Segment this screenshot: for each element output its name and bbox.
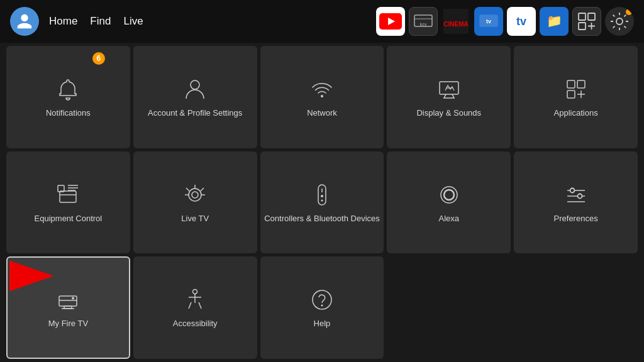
svg-point-50 <box>444 190 454 200</box>
grid-live-tv[interactable]: Live TV <box>133 151 257 254</box>
grid-equipment[interactable]: Equipment Control <box>6 151 130 254</box>
grid-alexa[interactable]: Alexa <box>387 151 511 254</box>
svg-point-48 <box>321 199 323 201</box>
svg-point-20 <box>191 80 199 89</box>
fire-tv-icon <box>54 286 82 314</box>
nav-links: Home Find Live <box>49 15 143 28</box>
app-youtube[interactable] <box>376 7 405 36</box>
nav-live[interactable]: Live <box>123 15 143 28</box>
grid-notifications[interactable]: 6 Notifications <box>6 46 130 148</box>
apps-icon <box>562 75 590 103</box>
notifications-label: Notifications <box>43 108 93 119</box>
network-label: Network <box>304 108 340 119</box>
antenna-icon <box>181 181 209 209</box>
applications-label: Applications <box>552 108 601 119</box>
svg-point-60 <box>72 297 74 300</box>
bell-icon <box>54 75 82 103</box>
svg-text:CINEMA: CINEMA <box>443 21 468 28</box>
display-icon <box>435 75 463 103</box>
svg-point-21 <box>321 95 323 97</box>
svg-point-39 <box>192 192 198 198</box>
person-icon <box>181 75 209 103</box>
app-tv2[interactable]: tv <box>507 7 536 36</box>
svg-rect-27 <box>567 80 575 88</box>
svg-rect-16 <box>579 23 586 30</box>
app-files[interactable]: 📁 <box>540 7 569 36</box>
svg-point-61 <box>193 290 197 294</box>
svg-point-47 <box>321 195 323 197</box>
nav-find[interactable]: Find <box>90 15 111 28</box>
tv-remote-icon <box>54 181 82 209</box>
grid-controllers[interactable]: Controllers & Bluetooth Devices <box>260 151 384 254</box>
svg-point-38 <box>189 189 201 201</box>
nav-home[interactable]: Home <box>49 15 77 28</box>
app-cinema[interactable]: CINEMA <box>441 7 470 36</box>
grid-network[interactable]: Network <box>260 46 384 148</box>
svg-rect-15 <box>588 13 595 20</box>
grid-preferences[interactable]: Preferences <box>514 151 638 254</box>
svg-rect-56 <box>59 296 77 306</box>
svg-point-65 <box>321 305 323 307</box>
app-background[interactable]: key <box>409 7 438 36</box>
grid-applications[interactable]: Applications <box>514 46 638 148</box>
svg-text:key: key <box>420 22 427 27</box>
svg-text:tv: tv <box>516 15 526 28</box>
equipment-label: Equipment Control <box>32 214 105 224</box>
display-label: Display & Sounds <box>414 108 484 119</box>
live-tv-label: Live TV <box>179 214 211 224</box>
svg-point-54 <box>570 188 574 192</box>
svg-point-19 <box>616 18 623 25</box>
remote-icon <box>308 181 336 209</box>
app-settings[interactable] <box>605 7 634 36</box>
alexa-label: Alexa <box>436 214 462 224</box>
accessibility-icon <box>181 286 209 314</box>
settings-dot <box>626 9 632 15</box>
preferences-label: Preferences <box>552 214 601 224</box>
svg-line-24 <box>452 94 454 98</box>
svg-line-42 <box>201 188 204 191</box>
red-arrow <box>6 260 57 294</box>
grid-display[interactable]: Display & Sounds <box>387 46 511 148</box>
grid-account[interactable]: Account & Profile Settings <box>133 46 257 148</box>
svg-rect-14 <box>579 13 586 20</box>
settings-grid: 6 Notifications Account & Profile Settin… <box>0 43 644 362</box>
help-label: Help <box>311 319 333 329</box>
grid-help[interactable]: Help <box>260 256 384 359</box>
svg-line-23 <box>444 94 446 98</box>
svg-text:📁: 📁 <box>547 13 562 28</box>
svg-rect-29 <box>567 90 575 98</box>
svg-rect-32 <box>60 191 76 202</box>
svg-rect-28 <box>577 80 585 88</box>
app-tvseries[interactable]: tv <box>474 7 503 36</box>
help-icon <box>308 286 336 314</box>
nav-apps: key CINEMA tv tv <box>376 7 634 36</box>
notifications-badge: 6 <box>92 52 105 65</box>
controllers-label: Controllers & Bluetooth Devices <box>262 214 382 224</box>
wifi-icon <box>308 75 336 103</box>
grid-accessibility[interactable]: Accessibility <box>133 256 257 359</box>
account-label: Account & Profile Settings <box>145 108 245 119</box>
accessibility-label: Accessibility <box>170 319 220 329</box>
avatar[interactable] <box>10 7 39 36</box>
app-grid[interactable] <box>572 7 601 36</box>
svg-line-41 <box>186 188 189 191</box>
my-fire-tv-label: My Fire TV <box>46 319 91 329</box>
svg-text:tv: tv <box>486 18 491 25</box>
svg-point-55 <box>577 194 582 198</box>
alexa-icon <box>435 181 463 209</box>
top-nav: Home Find Live key CINEMA <box>0 0 644 43</box>
sliders-icon <box>562 181 590 209</box>
